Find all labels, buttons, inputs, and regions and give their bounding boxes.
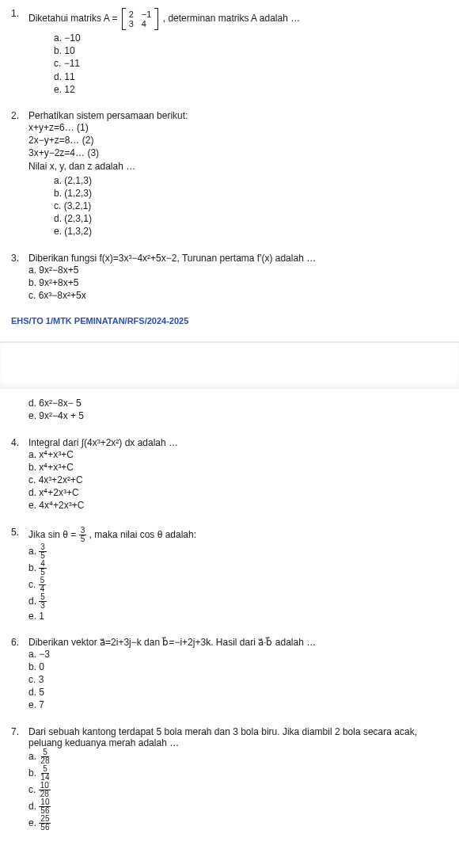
q1-opt-a: a. −10 (54, 32, 448, 44)
q2-options: a. (2,1,3) b. (1,2,3) c. (3,2,1) d. (2,3… (54, 174, 448, 238)
frac-n: 5 (39, 593, 47, 602)
q1-opt-b: b. 10 (54, 44, 448, 57)
frac-n: 25 (39, 815, 51, 824)
q4-number: 4. (11, 437, 28, 448)
q3-stem: Diberikan fungsi f(x)=3x³−4x²+5x−2, Turu… (28, 253, 448, 264)
opt-label: a. (28, 545, 36, 556)
q5-opt-b: b. 45 (28, 560, 448, 577)
q2-ask: Nilai x, y, dan z adalah … (28, 160, 448, 173)
q2-opt-c: c. (3,2,1) (54, 200, 448, 212)
frac-n: 5 (41, 748, 49, 757)
frac-n: 4 (39, 560, 47, 569)
q6-number: 6. (11, 637, 28, 648)
q3-opt-a: a. 9x²−8x+5 (28, 264, 448, 276)
question-3: 3. Diberikan fungsi f(x)=3x³−4x²+5x−2, T… (11, 253, 448, 303)
q5-opt-c: c. 54 (28, 577, 448, 593)
opt-label: e. (28, 817, 36, 828)
q4-opt-d: d. x⁴+2x³+C (28, 486, 448, 499)
q2-eq1: x+y+z=6… (1) (28, 121, 448, 134)
m-b: −1 (142, 10, 152, 19)
q6-stem: Diberikan vektor a⃗=2i+3j−k dan b⃗=−i+2j… (28, 637, 448, 648)
opt-label: c. (28, 783, 36, 794)
q6-opt-a: a. −3 (28, 648, 448, 661)
q1-post: , determinan matriks A adalah … (163, 13, 300, 24)
frac-d: 56 (39, 824, 51, 832)
q6-opt-b: b. 0 (28, 661, 448, 673)
question-2: 2. Perhatikan sistem persamaan berikut: … (11, 110, 448, 238)
q5-opt-d: d. 53 (28, 593, 448, 610)
q3-opt-e: e. 9x²−4x + 5 (28, 409, 448, 422)
frac-n: 10 (39, 798, 51, 807)
page-2: d. 6x²−8x− 5 e. 9x²−4x + 5 4. Integral d… (0, 389, 459, 861)
q4-opt-a: a. x⁴+x³+C (28, 448, 448, 461)
q6-opt-d: d. 5 (28, 686, 448, 699)
frac-d: 4 (39, 585, 47, 593)
frac-n: 3 (39, 543, 47, 552)
matrix-A: 2−1 34 (122, 8, 159, 30)
opt-label: b. (28, 562, 36, 573)
q5-opt-a: a. 35 (28, 543, 448, 560)
q3-opt-b: b. 9x²+8x+5 (28, 276, 448, 289)
q2-eq3: 3x+y−2z=4… (3) (28, 147, 448, 159)
q4-stem: Integral dari ∫(4x³+2x²) dx adalah … (28, 437, 448, 448)
q2-opt-d: d. (2,3,1) (54, 212, 448, 225)
question-5: 5. Jika sin θ = 35 , maka nilai cos θ ad… (11, 527, 448, 622)
q2-opt-b: b. (1,2,3) (54, 187, 448, 200)
q3-opt-d: d. 6x²−8x− 5 (28, 397, 448, 409)
q2-eq2: 2x−y+z=8… (2) (28, 134, 448, 147)
q5-frac: 35 (79, 527, 87, 543)
q2-opt-a: a. (2,1,3) (54, 174, 448, 187)
question-4: 4. Integral dari ∫(4x³+2x²) dx adalah … … (11, 437, 448, 512)
q5-opt-e: e. 1 (28, 610, 448, 622)
q6-opt-e: e. 7 (28, 699, 448, 711)
question-6: 6. Diberikan vektor a⃗=2i+3j−k dan b⃗=−i… (11, 637, 448, 712)
q5-stem: Jika sin θ = 35 , maka nilai cos θ adala… (28, 527, 448, 543)
q2-opt-e: e. (1,3,2) (54, 225, 448, 238)
question-7: 7. Dari sebuah kantong terdapat 5 bola m… (11, 726, 448, 832)
q5-number: 5. (11, 527, 28, 538)
frac-n: 3 (79, 527, 87, 535)
q3-number: 3. (11, 253, 28, 264)
q7-number: 7. (11, 726, 28, 737)
frac-n: 5 (41, 765, 49, 774)
frac-d: 3 (39, 602, 47, 610)
q4-opt-e: e. 4x⁴+2x³+C (28, 499, 448, 512)
q4-opt-c: c. 4x³+2x²+C (28, 474, 448, 486)
q1-opt-d: d. 11 (54, 70, 448, 83)
opt-label: d. (28, 595, 36, 606)
q1-opt-e: e. 12 (54, 83, 448, 96)
footer-code: EHS/TO 1/MTK PEMINATAN/RFS/2024-2025 (11, 316, 448, 326)
frac-d: 5 (79, 535, 87, 543)
frac-d: 5 (39, 569, 47, 577)
opt-label: b. (28, 767, 36, 778)
q7-stem: Dari sebuah kantong terdapat 5 bola mera… (28, 726, 448, 748)
opt-label: c. (28, 578, 36, 589)
frac-d: 5 (39, 552, 47, 560)
q1-opt-c: c. −11 (54, 57, 448, 70)
q5-pre: Jika sin θ = (28, 528, 79, 539)
q3-opt-c: c. 6x³−8x²+5x (28, 289, 448, 302)
opt-label: a. (28, 750, 36, 761)
m-d: 4 (142, 19, 146, 29)
q1-stem: Diketahui matriks A = 2−1 34 , determina… (28, 8, 448, 30)
m-a: 2 (129, 10, 134, 19)
opt-label: d. (28, 800, 36, 811)
page-1: 1. Diketahui matriks A = 2−1 34 , determ… (0, 0, 459, 341)
question-1: 1. Diketahui matriks A = 2−1 34 , determ… (11, 8, 448, 96)
frac-n: 5 (39, 577, 47, 585)
q7-opt-e: e. 2556 (28, 815, 448, 832)
q7-opt-a: a. 528 (28, 748, 448, 765)
q7-opt-c: c. 1028 (28, 782, 448, 798)
q7-opt-d: d. 1056 (28, 798, 448, 815)
page-break (0, 341, 459, 389)
frac-n: 10 (39, 782, 51, 790)
m-c: 3 (129, 19, 134, 29)
question-3-continued: d. 6x²−8x− 5 e. 9x²−4x + 5 (11, 397, 448, 422)
q2-stem: Perhatikan sistem persamaan berikut: (28, 110, 448, 121)
q7-opt-b: b. 514 (28, 765, 448, 782)
q1-number: 1. (11, 8, 28, 19)
q5-post: , maka nilai cos θ adalah: (89, 528, 196, 539)
q1-options: a. −10 b. 10 c. −11 d. 11 e. 12 (54, 32, 448, 96)
q1-pre: Diketahui matriks A = (28, 13, 120, 24)
q4-opt-b: b. x⁴+x³+C (28, 461, 448, 474)
